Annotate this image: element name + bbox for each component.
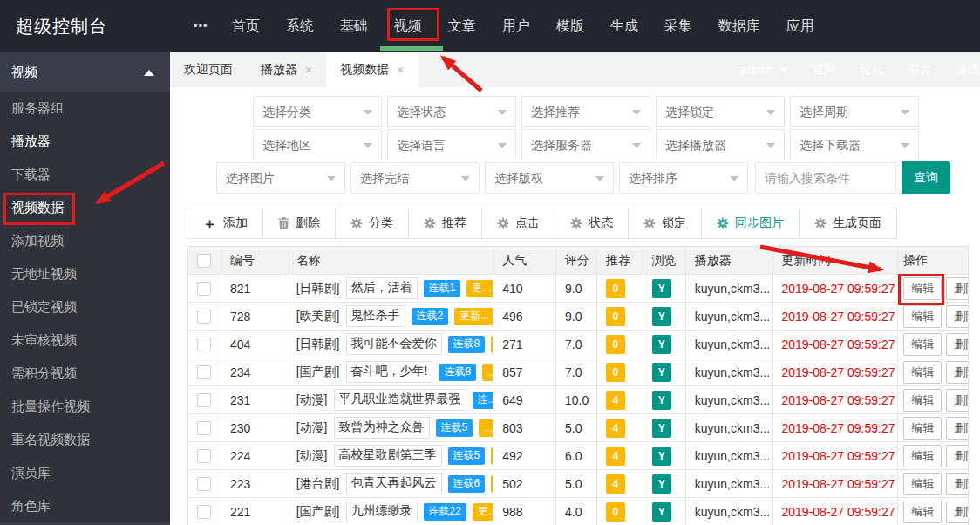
- sidebar-item-3[interactable]: 下载器: [0, 158, 170, 191]
- tab-1[interactable]: 欢迎页面: [170, 52, 247, 87]
- delete-button[interactable]: 删除: [946, 389, 968, 412]
- select-placeholder: 选择完结: [360, 171, 409, 185]
- row-checkbox[interactable]: [197, 449, 211, 463]
- sidebar-item-5[interactable]: 添加视频: [0, 224, 170, 257]
- video-table: 编号名称人气评分推荐浏览播放器更新时间操作 821[日韩剧]然后，活着连载1更.…: [187, 246, 969, 525]
- toolbar-button-7[interactable]: 锁定: [628, 208, 702, 239]
- edit-button[interactable]: 编辑: [903, 501, 942, 523]
- select-placeholder: 选择状态: [397, 105, 446, 119]
- toolbar-button-2[interactable]: 删除: [262, 208, 336, 239]
- nav-more-icon[interactable]: •••: [183, 0, 219, 52]
- close-tab-icon[interactable]: ×: [397, 63, 404, 77]
- sidebar-item-4[interactable]: 视频数据: [0, 191, 170, 224]
- edit-button[interactable]: 编辑: [903, 305, 942, 328]
- filter-select-r2-5[interactable]: 选择下载器: [790, 129, 919, 160]
- search-button[interactable]: 查询: [902, 161, 950, 194]
- row-checkbox[interactable]: [197, 421, 211, 435]
- filter-select-r1-2[interactable]: 选择状态: [387, 96, 516, 127]
- filter-select-r1-3[interactable]: 选择推荐: [521, 96, 650, 127]
- cell-video-id: 231: [221, 386, 289, 413]
- edit-button[interactable]: 编辑: [903, 417, 942, 440]
- sidebar-item-8[interactable]: 未审核视频: [0, 324, 170, 357]
- nav-item-10[interactable]: 数据库: [705, 0, 773, 52]
- nav-item-3[interactable]: 基础: [327, 0, 381, 52]
- column-header-2: 名称: [289, 247, 493, 274]
- toolbar-button-1[interactable]: ＋添加: [187, 208, 263, 239]
- nav-item-6[interactable]: 用户: [489, 0, 543, 52]
- userbar-link-1[interactable]: 官网: [812, 62, 836, 78]
- nav-item-11[interactable]: 应用: [773, 0, 827, 52]
- delete-button[interactable]: 删除: [946, 501, 968, 523]
- sidebar-item-12[interactable]: 演员库: [0, 456, 170, 489]
- filter-select-r2-3[interactable]: 选择服务器: [521, 129, 650, 160]
- sidebar-item-6[interactable]: 无地址视频: [0, 257, 170, 290]
- filter-select-r2-1[interactable]: 选择地区: [253, 129, 382, 160]
- filter-select-r2-2[interactable]: 选择语言: [387, 129, 516, 160]
- row-checkbox[interactable]: [197, 310, 211, 324]
- sidebar-item-1[interactable]: 服务器组: [0, 92, 170, 125]
- nav-item-4[interactable]: 视频: [381, 0, 435, 52]
- toolbar-button-5[interactable]: 点击: [481, 208, 555, 239]
- delete-button[interactable]: 删除: [946, 277, 968, 300]
- toolbar-button-6[interactable]: 状态: [555, 208, 629, 239]
- toolbar-button-9[interactable]: 生成页面: [799, 208, 897, 239]
- sidebar-item-9[interactable]: 需积分视频: [0, 357, 170, 390]
- edit-button[interactable]: 编辑: [903, 333, 942, 356]
- nav-item-8[interactable]: 生成: [597, 0, 651, 52]
- delete-button[interactable]: 删除: [946, 445, 968, 467]
- row-checkbox[interactable]: [197, 365, 211, 379]
- search-input[interactable]: [755, 162, 896, 194]
- cell-video-name: [日韩剧]我可能不会爱你连载8...: [289, 331, 493, 358]
- delete-button[interactable]: 删除: [946, 473, 968, 495]
- delete-button[interactable]: 删除: [946, 305, 968, 328]
- filter-select-r2-4[interactable]: 选择播放器: [656, 129, 785, 160]
- sidebar-item-13[interactable]: 角色库: [0, 489, 170, 522]
- row-checkbox[interactable]: [197, 477, 211, 491]
- sidebar-item-10[interactable]: 批量操作视频: [0, 390, 170, 423]
- toolbar-button-4[interactable]: 推荐: [408, 208, 482, 239]
- row-checkbox-cell: [188, 470, 221, 497]
- edit-button[interactable]: 编辑: [903, 277, 942, 300]
- recommend-badge: 0: [606, 307, 625, 326]
- row-checkbox[interactable]: [197, 505, 211, 519]
- delete-button[interactable]: 删除: [946, 333, 968, 356]
- sidebar-item-11[interactable]: 重名视频数据: [0, 423, 170, 456]
- edit-button[interactable]: 编辑: [903, 445, 942, 467]
- filter-select-r3-4[interactable]: 选择排序: [619, 162, 748, 194]
- close-tab-icon[interactable]: ×: [305, 63, 312, 77]
- nav-item-7[interactable]: 模版: [543, 0, 597, 52]
- sidebar-group-video[interactable]: 视频: [0, 52, 170, 92]
- row-checkbox[interactable]: [197, 282, 211, 296]
- sidebar-item-7[interactable]: 已锁定视频: [0, 290, 170, 324]
- filter-select-r1-1[interactable]: 选择分类: [253, 96, 382, 127]
- browse-badge: Y: [652, 419, 671, 438]
- filter-select-r3-3[interactable]: 选择版权: [485, 162, 614, 194]
- tab-2[interactable]: 播放器×: [247, 52, 326, 87]
- cell-popularity: 271: [493, 331, 556, 358]
- nav-item-2[interactable]: 系统: [273, 0, 327, 52]
- filter-select-r3-2[interactable]: 选择完结: [350, 162, 480, 194]
- filter-select-r3-1[interactable]: 选择图片: [216, 162, 345, 194]
- toolbar-button-3[interactable]: 分类: [335, 208, 409, 239]
- edit-button[interactable]: 编辑: [903, 361, 942, 384]
- tab-3[interactable]: 视频数据×: [326, 52, 418, 87]
- select-all-checkbox[interactable]: [197, 254, 211, 268]
- userbar-link-3[interactable]: 前台: [908, 62, 932, 78]
- nav-item-9[interactable]: 采集: [651, 0, 705, 52]
- filter-select-r1-4[interactable]: 选择锁定: [656, 96, 785, 127]
- edit-button[interactable]: 编辑: [903, 389, 942, 412]
- userbar-link-4[interactable]: 清缓存: [956, 62, 980, 78]
- user-menu[interactable]: admin: [740, 63, 788, 77]
- serial-badge: 连载22: [424, 503, 466, 521]
- delete-button[interactable]: 删除: [946, 361, 968, 384]
- row-checkbox[interactable]: [197, 338, 211, 351]
- userbar-link-2[interactable]: 论坛: [860, 62, 884, 78]
- toolbar-button-8[interactable]: 同步图片: [701, 208, 800, 239]
- nav-item-5[interactable]: 文章: [435, 0, 489, 52]
- delete-button[interactable]: 删除: [946, 417, 968, 440]
- sidebar-item-2[interactable]: 播放器: [0, 125, 170, 158]
- row-checkbox[interactable]: [197, 393, 211, 407]
- filter-select-r1-5[interactable]: 选择周期: [790, 96, 919, 127]
- nav-item-1[interactable]: 首页: [219, 0, 273, 52]
- edit-button[interactable]: 编辑: [903, 473, 942, 495]
